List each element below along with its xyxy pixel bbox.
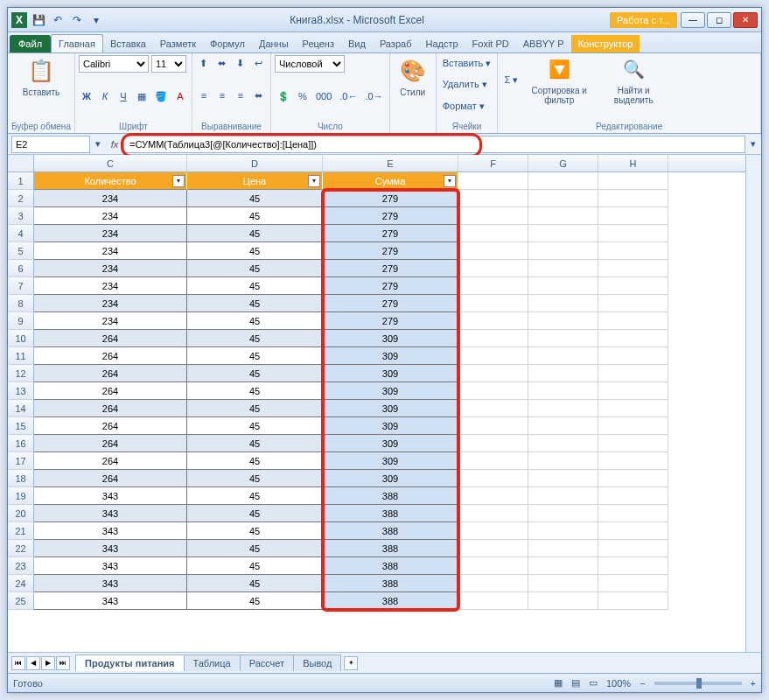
align-top-button[interactable]: ⬆ (196, 55, 212, 71)
data-cell[interactable]: 45 (187, 400, 323, 417)
table-header-cell[interactable]: Сумма▾ (323, 172, 458, 190)
tab-constructor[interactable]: Конструктор (571, 35, 640, 52)
empty-cell[interactable] (458, 505, 528, 522)
zoom-level[interactable]: 100% (606, 678, 631, 689)
data-cell[interactable]: 309 (323, 435, 458, 452)
col-header-e[interactable]: E (323, 155, 458, 172)
empty-cell[interactable] (458, 312, 528, 330)
empty-cell[interactable] (598, 365, 668, 382)
comma-button[interactable]: 000 (313, 88, 334, 104)
row-header[interactable]: 17 (8, 452, 34, 470)
empty-cell[interactable] (458, 190, 528, 207)
row-header[interactable]: 3 (8, 207, 34, 225)
empty-cell[interactable] (598, 470, 668, 487)
sheet-tab[interactable]: Рассчет (240, 654, 295, 671)
tab-abbyy[interactable]: ABBYY P (516, 35, 571, 52)
filter-dropdown-icon[interactable]: ▾ (308, 175, 320, 187)
merge-button[interactable]: ⬌ (251, 88, 267, 103)
row-header[interactable]: 2 (8, 190, 34, 207)
tab-review[interactable]: Реценз (296, 35, 341, 52)
data-cell[interactable]: 234 (34, 207, 187, 225)
empty-cell[interactable] (598, 557, 668, 575)
empty-cell[interactable] (528, 382, 598, 400)
data-cell[interactable]: 45 (187, 417, 323, 435)
data-cell[interactable]: 309 (323, 400, 458, 417)
data-cell[interactable]: 388 (323, 540, 458, 557)
empty-cell[interactable] (528, 365, 598, 382)
data-cell[interactable]: 388 (323, 505, 458, 522)
align-left-button[interactable]: ≡ (196, 88, 212, 103)
italic-button[interactable]: К (97, 88, 113, 104)
tab-formulas[interactable]: Формул (203, 35, 252, 52)
row-header[interactable]: 10 (8, 330, 34, 347)
row-header[interactable]: 7 (8, 277, 34, 295)
col-header-h[interactable]: H (598, 155, 668, 172)
empty-cell[interactable] (528, 400, 598, 417)
data-cell[interactable]: 309 (323, 382, 458, 400)
row-header[interactable]: 22 (8, 540, 34, 557)
empty-cell[interactable] (528, 575, 598, 592)
currency-button[interactable]: 💲 (275, 88, 292, 104)
sheet-tab[interactable]: Продукты питания (75, 654, 185, 671)
data-cell[interactable]: 279 (323, 277, 458, 295)
data-cell[interactable]: 279 (323, 225, 458, 242)
data-cell[interactable]: 309 (323, 347, 458, 365)
align-bottom-button[interactable]: ⬇ (233, 55, 248, 71)
data-cell[interactable]: 343 (34, 592, 187, 610)
increase-decimal-button[interactable]: .0← (337, 88, 360, 104)
row-header[interactable]: 6 (8, 260, 34, 277)
paste-button[interactable]: 📋 Вставить (11, 55, 71, 99)
data-cell[interactable]: 45 (187, 435, 323, 452)
empty-cell[interactable] (458, 487, 528, 505)
row-header[interactable]: 18 (8, 470, 34, 487)
font-size-select[interactable]: 11 (151, 55, 186, 73)
data-cell[interactable]: 343 (34, 557, 187, 575)
insert-cells-button[interactable]: Вставить ▾ (440, 55, 494, 71)
font-family-select[interactable]: Calibri (79, 55, 149, 73)
view-page-layout-icon[interactable]: ▤ (571, 677, 580, 689)
data-cell[interactable]: 264 (34, 365, 187, 382)
data-cell[interactable]: 45 (187, 225, 323, 242)
tab-insert[interactable]: Вставка (103, 35, 153, 52)
empty-cell[interactable] (458, 260, 528, 277)
row-header[interactable]: 16 (8, 435, 34, 452)
empty-cell[interactable] (458, 452, 528, 470)
row-header[interactable]: 13 (8, 382, 34, 400)
data-cell[interactable]: 234 (34, 277, 187, 295)
undo-icon[interactable]: ↶ (50, 12, 66, 28)
align-middle-button[interactable]: ⬌ (214, 55, 230, 71)
filter-dropdown-icon[interactable]: ▾ (444, 175, 456, 187)
col-header-d[interactable]: D (187, 155, 323, 172)
data-cell[interactable]: 309 (323, 330, 458, 347)
formula-expand-icon[interactable]: ▾ (745, 136, 761, 152)
data-cell[interactable]: 388 (323, 522, 458, 540)
empty-cell[interactable] (598, 347, 668, 365)
empty-cell[interactable] (598, 417, 668, 435)
row-header[interactable]: 20 (8, 505, 34, 522)
save-icon[interactable]: 💾 (31, 12, 46, 28)
fill-color-button[interactable]: 🪣 (152, 88, 170, 104)
tab-foxit[interactable]: Foxit PD (465, 35, 516, 52)
empty-cell[interactable] (598, 312, 668, 330)
decrease-decimal-button[interactable]: .0→ (363, 88, 386, 104)
data-cell[interactable]: 279 (323, 207, 458, 225)
data-cell[interactable]: 388 (323, 487, 458, 505)
vertical-scrollbar[interactable] (745, 155, 761, 652)
row-header[interactable]: 1 (8, 172, 34, 190)
row-header[interactable]: 24 (8, 575, 34, 592)
data-cell[interactable]: 343 (34, 487, 187, 505)
close-button[interactable]: ✕ (733, 12, 758, 28)
sheet-nav-last-icon[interactable]: ⏭ (56, 656, 70, 670)
data-cell[interactable]: 264 (34, 347, 187, 365)
empty-cell[interactable] (528, 417, 598, 435)
data-cell[interactable]: 388 (323, 575, 458, 592)
data-cell[interactable]: 309 (323, 470, 458, 487)
data-cell[interactable]: 45 (187, 452, 323, 470)
sheet-nav-prev-icon[interactable]: ◀ (26, 656, 40, 670)
row-header[interactable]: 4 (8, 225, 34, 242)
bold-button[interactable]: Ж (79, 88, 94, 104)
sheet-tab[interactable]: Таблица (184, 654, 241, 671)
empty-cell[interactable] (458, 435, 528, 452)
find-select-button[interactable]: 🔍 Найти и выделить (598, 55, 669, 105)
zoom-slider[interactable] (654, 682, 742, 685)
